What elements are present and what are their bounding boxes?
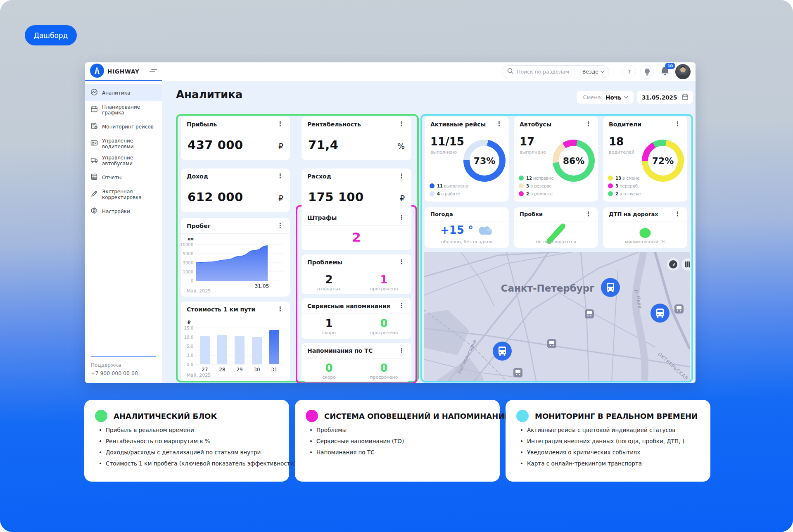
- donut-percent: 73%: [470, 146, 499, 176]
- station-icon: [585, 309, 594, 318]
- card-title: Напоминания по ТС: [307, 347, 373, 354]
- sidebar-item-6[interactable]: Экстренная корректировка: [85, 186, 162, 203]
- sidebar-item-2[interactable]: Мониторинг рейсов: [85, 118, 162, 135]
- sidebar-item-label: Отчеты: [102, 175, 121, 180]
- legend-item: 3 перераб.: [608, 183, 641, 188]
- legend-card-item: Активные рейсы с цветовой индикацией ста…: [516, 427, 700, 433]
- sidebar-header: HIGHWAY: [85, 62, 162, 81]
- monitor-value-label: выполнено: [520, 150, 546, 155]
- donut-percent: 72%: [648, 146, 678, 176]
- card-title: Расход: [307, 173, 331, 180]
- kebab-menu-icon[interactable]: [674, 211, 681, 217]
- monitor-value-label: выполнено: [430, 150, 457, 155]
- search-scope-value: Везде: [582, 69, 598, 75]
- shift-select[interactable]: Смена: Ночь: [577, 91, 634, 104]
- legend-card-title: АНАЛИТИЧЕСКИЙ БЛОК: [114, 412, 217, 420]
- sidebar-item-5[interactable]: Отчеты: [85, 169, 162, 186]
- city-map[interactable]: Санкт-Петербург р. Нева Екатерингофка ОК…: [424, 252, 690, 381]
- legend-dot-icon: [95, 410, 107, 422]
- kebab-menu-icon[interactable]: [276, 306, 284, 312]
- monitor-card-0: Активные рейсы11/15 выполнено 73% 11 вып…: [425, 116, 509, 202]
- card-title: Стоимость 1 км пути: [187, 306, 255, 313]
- legend-card-item: Карта с онлайн-трекингом транспорта: [516, 460, 700, 467]
- sidebar-item-7[interactable]: Настройки: [85, 203, 162, 220]
- donut-legend: 13 в смене3 перераб.2 в отпуске: [608, 176, 641, 196]
- legend-card-item: Уведомления о критических событиях: [516, 449, 700, 456]
- avatar[interactable]: [675, 64, 691, 79]
- legend-card-2: МОНИТОРИНГ В РЕАЛЬНОМ ВРЕМЕНИ Активные р…: [506, 400, 710, 482]
- sidebar-item-4[interactable]: Управление автобусами: [85, 152, 162, 169]
- kpi-unit: ₽: [400, 194, 405, 203]
- sidebar-collapse-icon[interactable]: [150, 67, 157, 75]
- kebab-menu-icon[interactable]: [276, 173, 284, 179]
- kebab-menu-icon[interactable]: [398, 259, 406, 265]
- kebab-menu-icon[interactable]: [674, 121, 681, 127]
- stat-left-value: 2: [302, 273, 356, 286]
- dashboard-button[interactable]: Дашборд: [25, 25, 77, 45]
- brand-name: HIGHWAY: [107, 68, 140, 75]
- sidebar-item-3[interactable]: Управление водителями: [85, 135, 162, 152]
- chevron-down-icon: [601, 69, 605, 73]
- search-input[interactable]: Поиск по разделам Везде: [502, 65, 609, 78]
- cost-chart-card: Стоимость 1 км пути ₽15,010,05,03,00,027…: [181, 302, 290, 381]
- lightbulb-icon: [644, 68, 651, 76]
- notifications-button[interactable]: 10: [660, 66, 670, 78]
- edit-icon: [90, 190, 98, 199]
- legend-card-list: ПроблемыСервисные напоминания (ТО)Напоми…: [306, 427, 489, 456]
- svg-text:10,0: 10,0: [184, 335, 193, 340]
- tips-button[interactable]: [640, 65, 654, 78]
- kpi-unit: ₽: [278, 142, 283, 151]
- donut-legend: 11 выполнено4 в работе: [430, 183, 468, 196]
- dashboard-content: Аналитика Смена: Ночь 31.05.2025 Прибыль…: [162, 81, 696, 383]
- stat-left-label: открытых: [302, 286, 356, 292]
- kebab-menu-icon[interactable]: [398, 214, 406, 221]
- kebab-menu-icon[interactable]: [584, 211, 592, 217]
- svg-text:31: 31: [271, 367, 277, 373]
- map-locate-button[interactable]: [667, 258, 679, 271]
- kebab-menu-icon[interactable]: [398, 347, 406, 354]
- svg-text:Санкт-Петербург: Санкт-Петербург: [501, 283, 595, 294]
- kebab-menu-icon[interactable]: [398, 303, 406, 309]
- stat-left-value: 1: [302, 317, 356, 330]
- card-title: Автобусы: [520, 121, 551, 128]
- kebab-menu-icon[interactable]: [398, 173, 406, 179]
- kebab-menu-icon[interactable]: [495, 121, 503, 127]
- svg-text:0: 0: [191, 279, 193, 283]
- kebab-menu-icon[interactable]: [584, 121, 592, 127]
- highway-logo-icon: [90, 64, 104, 79]
- alert-card-2: Напоминания по ТС0 скоро 0 просрочено: [302, 343, 411, 382]
- sidebar-item-1[interactable]: Планирование графика: [85, 101, 162, 118]
- svg-text:30: 30: [254, 367, 260, 373]
- kpi-card-2: Доход612 000 ₽: [181, 169, 290, 212]
- card-title: ДТП на дорогах: [609, 211, 658, 217]
- legend-card-item: Сервисные напоминания (ТО): [306, 438, 489, 444]
- card-title: Доход: [187, 173, 208, 180]
- kebab-menu-icon[interactable]: [276, 121, 284, 127]
- background-gradient: Дашборд HIGHWAY Аналитика Планирование г…: [0, 0, 793, 532]
- kpi-card-1: Рентабельность71,4 %: [302, 116, 411, 160]
- sidebar-item-0[interactable]: Аналитика: [85, 84, 162, 101]
- help-button[interactable]: [622, 65, 636, 78]
- search-placeholder: Поиск по разделам: [517, 69, 579, 75]
- legend-card-item: Доходы/расходы с детализацией по статьям…: [95, 449, 278, 456]
- card-title: Штрафы: [307, 214, 337, 221]
- map-svg: Санкт-Петербург р. Нева Екатерингофка ОК…: [424, 252, 690, 381]
- legend-card-item: Прибыль в реальном времени: [95, 427, 278, 433]
- kpi-value: 437 000: [188, 138, 243, 152]
- cloud-icon: [477, 225, 493, 235]
- svg-text:3,0: 3,0: [187, 353, 193, 358]
- legend-dot-icon: [516, 410, 529, 422]
- kpi-value: 71,4: [308, 138, 339, 152]
- svg-text:5000: 5000: [183, 252, 193, 256]
- monitoring-icon: [90, 122, 98, 131]
- search-scope-dropdown[interactable]: Везде: [582, 69, 604, 75]
- legend-card-list: Активные рейсы с цветовой индикацией ста…: [516, 427, 700, 467]
- chevron-down-icon: [624, 95, 628, 99]
- kebab-menu-icon[interactable]: [398, 121, 406, 127]
- kpi-value: 175 100: [308, 190, 364, 204]
- stat-right-value: 0: [356, 317, 411, 330]
- donut-chart: 73%: [463, 140, 506, 182]
- date-picker[interactable]: 31.05.2025: [637, 91, 693, 104]
- support-block: Поддержка +7 900 000 00 00: [85, 356, 162, 383]
- kebab-menu-icon[interactable]: [276, 223, 284, 229]
